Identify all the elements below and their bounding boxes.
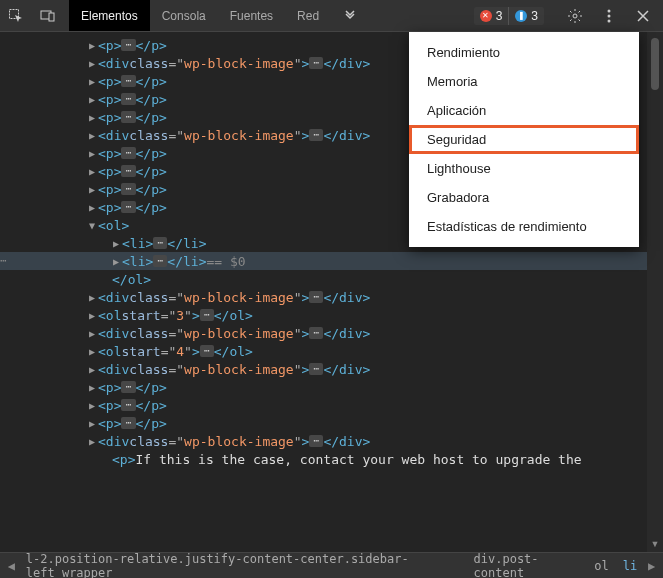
issue-badges[interactable]: ✕ 3 ❚ 3	[474, 7, 544, 25]
expand-arrow-icon[interactable]: ▶	[86, 202, 98, 213]
inspect-icon[interactable]	[0, 8, 32, 24]
expand-arrow-icon[interactable]: ▶	[86, 418, 98, 429]
toolbar-right: ✕ 3 ❚ 3	[474, 0, 663, 31]
scroll-down-arrow[interactable]: ▼	[647, 536, 663, 552]
expand-arrow-icon[interactable]: ▶	[86, 130, 98, 141]
ellipsis-icon[interactable]: ⋯	[121, 381, 135, 393]
ellipsis-icon[interactable]: ⋯	[309, 327, 323, 339]
menu-item-lighthouse[interactable]: Lighthouse	[409, 154, 639, 183]
expand-arrow-icon[interactable]: ▶	[86, 40, 98, 51]
ellipsis-icon[interactable]: ⋯	[121, 417, 135, 429]
breadcrumb-segment[interactable]: li	[616, 559, 644, 573]
ellipsis-icon[interactable]: ⋯	[121, 147, 135, 159]
expand-arrow-icon[interactable]: ▶	[86, 310, 98, 321]
expand-arrow-icon[interactable]: ▶	[110, 256, 122, 267]
dom-tree-row[interactable]: ▶<div class="wp-block-image">⋯</div>	[0, 360, 663, 378]
menu-item-grabadora[interactable]: Grabadora	[409, 183, 639, 212]
expand-arrow-icon[interactable]: ▶	[86, 184, 98, 195]
tab-console[interactable]: Consola	[150, 0, 218, 31]
svg-point-4	[608, 9, 611, 12]
info-icon: ❚	[515, 10, 527, 22]
expand-arrow-icon[interactable]: ▶	[110, 238, 122, 249]
ellipsis-icon[interactable]: ⋯	[121, 75, 135, 87]
menu-item-aplicación[interactable]: Aplicación	[409, 96, 639, 125]
ellipsis-icon[interactable]: ⋯	[121, 165, 135, 177]
tab-sources[interactable]: Fuentes	[218, 0, 285, 31]
dom-tree-row[interactable]: <p>If this is the case, contact your web…	[0, 450, 663, 468]
ellipsis-icon[interactable]: ⋯	[153, 255, 167, 267]
expand-arrow-icon[interactable]: ▶	[86, 328, 98, 339]
breadcrumb-bar: ◀ l-2.position-relative.justify-content-…	[0, 552, 663, 578]
expand-arrow-icon[interactable]: ▶	[86, 58, 98, 69]
dom-tree-row[interactable]: ▶<ol start="4">⋯</ol>	[0, 342, 663, 360]
expand-arrow-icon[interactable]: ▶	[86, 292, 98, 303]
ellipsis-icon[interactable]: ⋯	[200, 345, 214, 357]
svg-point-6	[608, 19, 611, 22]
info-badge[interactable]: ❚ 3	[509, 7, 544, 25]
expand-arrow-icon[interactable]: ▶	[86, 364, 98, 375]
ellipsis-icon[interactable]: ⋯	[309, 291, 323, 303]
breadcrumb-scroll-right[interactable]: ▶	[644, 559, 659, 573]
dom-tree-row[interactable]: ▶<div class="wp-block-image">⋯</div>	[0, 432, 663, 450]
ellipsis-icon[interactable]: ⋯	[121, 111, 135, 123]
expand-arrow-icon[interactable]: ▶	[86, 76, 98, 87]
devtools-toolbar: Elementos Consola Fuentes Red ✕ 3 ❚ 3	[0, 0, 663, 32]
tab-elements[interactable]: Elementos	[69, 0, 150, 31]
overflow-menu: RendimientoMemoriaAplicaciónSeguridadLig…	[409, 32, 639, 247]
ellipsis-icon[interactable]: ⋯	[309, 57, 323, 69]
ellipsis-icon[interactable]: ⋯	[121, 39, 135, 51]
more-tabs-button[interactable]	[331, 0, 369, 31]
menu-item-estadísticas-de-rendimiento[interactable]: Estadísticas de rendimiento	[409, 212, 639, 241]
expand-arrow-icon[interactable]: ▶	[86, 346, 98, 357]
svg-point-5	[608, 14, 611, 17]
ellipsis-icon[interactable]: ⋯	[121, 201, 135, 213]
error-badge[interactable]: ✕ 3	[474, 7, 510, 25]
toolbar-left	[0, 0, 69, 31]
expand-arrow-icon[interactable]: ▶	[86, 166, 98, 177]
ellipsis-icon[interactable]: ⋯	[153, 237, 167, 249]
ellipsis-icon[interactable]: ⋯	[309, 363, 323, 375]
dom-tree-row[interactable]: ▶<li> ⋯ </li> == $0	[0, 252, 663, 270]
expand-arrow-icon[interactable]: ▶	[86, 112, 98, 123]
settings-button[interactable]	[559, 8, 591, 24]
ellipsis-icon[interactable]: ⋯	[200, 309, 214, 321]
ellipsis-icon[interactable]: ⋯	[121, 183, 135, 195]
dom-tree-row[interactable]: </ol>	[0, 270, 663, 288]
error-count: 3	[496, 9, 503, 23]
expand-arrow-icon[interactable]	[100, 274, 112, 285]
dom-tree-row[interactable]: ▶<ol start="3">⋯</ol>	[0, 306, 663, 324]
error-icon: ✕	[480, 10, 492, 22]
expand-arrow-icon[interactable]: ▼	[86, 220, 98, 231]
expand-arrow-icon[interactable]: ▶	[86, 436, 98, 447]
menu-item-memoria[interactable]: Memoria	[409, 67, 639, 96]
ellipsis-icon[interactable]: ⋯	[309, 435, 323, 447]
svg-rect-2	[49, 13, 54, 21]
ellipsis-icon[interactable]: ⋯	[121, 399, 135, 411]
device-toggle-icon[interactable]	[32, 8, 64, 24]
menu-item-seguridad[interactable]: Seguridad	[409, 125, 639, 154]
expand-arrow-icon[interactable]: ▶	[86, 382, 98, 393]
close-button[interactable]	[627, 10, 659, 22]
breadcrumb-segment[interactable]: l-2.position-relative.justify-content-ce…	[19, 552, 467, 579]
info-count: 3	[531, 9, 538, 23]
menu-item-rendimiento[interactable]: Rendimiento	[409, 38, 639, 67]
ellipsis-icon[interactable]: ⋯	[121, 93, 135, 105]
expand-arrow-icon[interactable]: ▶	[86, 148, 98, 159]
kebab-menu-button[interactable]	[593, 9, 625, 23]
dom-tree-row[interactable]: ▶<p>⋯</p>	[0, 378, 663, 396]
expand-arrow-icon[interactable]: ▶	[86, 94, 98, 105]
vertical-scrollbar[interactable]: ▲ ▼	[647, 32, 663, 552]
scrollbar-thumb[interactable]	[651, 38, 659, 90]
expand-arrow-icon[interactable]	[100, 454, 112, 465]
breadcrumb-segment[interactable]: ol	[587, 559, 615, 573]
svg-point-3	[573, 14, 577, 18]
expand-arrow-icon[interactable]: ▶	[86, 400, 98, 411]
dom-tree-row[interactable]: ▶<div class="wp-block-image">⋯</div>	[0, 324, 663, 342]
ellipsis-icon[interactable]: ⋯	[309, 129, 323, 141]
dom-tree-row[interactable]: ▶<div class="wp-block-image">⋯</div>	[0, 288, 663, 306]
dom-tree-row[interactable]: ▶<p>⋯</p>	[0, 414, 663, 432]
breadcrumb-scroll-left[interactable]: ◀	[4, 559, 19, 573]
tab-network[interactable]: Red	[285, 0, 331, 31]
breadcrumb-segment[interactable]: div.post-content	[467, 552, 588, 579]
dom-tree-row[interactable]: ▶<p>⋯</p>	[0, 396, 663, 414]
